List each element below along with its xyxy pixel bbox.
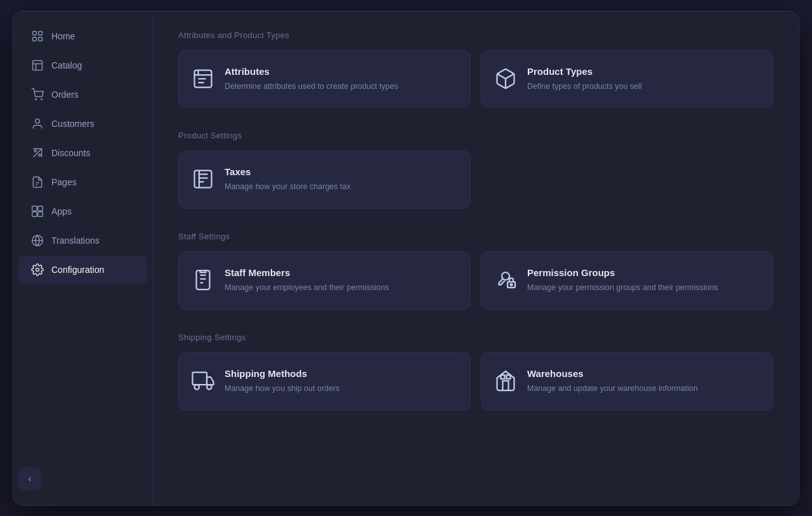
sidebar-item-customers[interactable]: Customers: [18, 110, 147, 138]
card-content-attributes: Attributes Determine attributes used to …: [225, 66, 457, 93]
card-desc-product-types: Define types of products you sell: [527, 81, 760, 93]
staff-icon: [192, 268, 214, 291]
warehouse-icon: [494, 369, 517, 392]
svg-point-39: [511, 284, 513, 286]
sidebar-item-home[interactable]: Home: [18, 22, 147, 50]
svg-rect-16: [38, 206, 43, 211]
card-desc-attributes: Determine attributes used to create prod…: [225, 81, 457, 93]
home-icon: [31, 30, 44, 43]
card-content-shipping-methods: Shipping Methods Manage how you ship out…: [225, 368, 457, 395]
sidebar-item-configuration[interactable]: Configuration: [18, 256, 147, 284]
svg-point-41: [195, 385, 200, 390]
collapse-icon: ‹: [29, 473, 32, 484]
sidebar-label-translations: Translations: [51, 235, 100, 246]
card-content-warehouses: Warehouses Manage and update your wareho…: [527, 368, 760, 395]
card-attributes[interactable]: Attributes Determine attributes used to …: [178, 50, 471, 109]
discounts-icon: [31, 147, 44, 159]
permission-icon: [494, 268, 517, 291]
cards-grid-staff-settings: Staff Members Manage your employees and …: [178, 251, 773, 310]
svg-rect-44: [507, 375, 511, 379]
sidebar-label-discounts: Discounts: [51, 148, 90, 158]
section-title-shipping-settings: Shipping Settings: [178, 333, 773, 342]
svg-rect-40: [193, 372, 207, 385]
svg-rect-38: [508, 282, 515, 288]
attributes-icon: [192, 67, 214, 90]
card-content-staff-members: Staff Members Manage your employees and …: [225, 267, 457, 294]
sidebar-label-orders: Orders: [51, 89, 79, 100]
sidebar-item-pages[interactable]: Pages: [18, 168, 147, 196]
card-permission-groups[interactable]: Permission Groups Manage your permission…: [481, 251, 773, 310]
svg-point-7: [36, 98, 37, 100]
card-title-taxes: Taxes: [225, 166, 457, 177]
svg-rect-15: [32, 206, 37, 211]
card-title-shipping-methods: Shipping Methods: [225, 368, 457, 379]
svg-rect-17: [32, 211, 37, 216]
svg-point-21: [36, 268, 39, 271]
svg-rect-1: [39, 31, 43, 35]
card-title-staff-members: Staff Members: [225, 267, 457, 278]
card-desc-shipping-methods: Manage how you ship out orders: [225, 383, 457, 395]
cards-grid-attributes: Attributes Determine attributes used to …: [178, 50, 773, 109]
sidebar-item-discounts[interactable]: Discounts: [18, 139, 147, 167]
svg-point-8: [41, 98, 43, 100]
pages-icon: [31, 176, 44, 189]
card-desc-taxes: Manage how your store charges tax: [225, 181, 457, 193]
section-shipping-settings: Shipping Settings Shipping Methods Manag…: [178, 333, 773, 411]
svg-point-37: [502, 272, 509, 280]
svg-rect-4: [33, 60, 43, 70]
card-title-product-types: Product Types: [527, 66, 760, 77]
sidebar-label-catalog: Catalog: [51, 60, 82, 70]
svg-point-11: [39, 154, 41, 155]
product-types-icon: [494, 67, 517, 90]
card-desc-warehouses: Manage and update your warehouse informa…: [527, 383, 760, 395]
card-desc-staff-members: Manage your employees and their permissi…: [225, 282, 457, 294]
sidebar-label-pages: Pages: [51, 177, 77, 187]
app-window: Home Catalog Orders Customers: [13, 11, 799, 506]
svg-rect-18: [38, 211, 43, 216]
svg-rect-43: [501, 375, 505, 379]
card-warehouses[interactable]: Warehouses Manage and update your wareho…: [481, 352, 773, 411]
card-title-attributes: Attributes: [225, 66, 457, 77]
config-icon: [31, 263, 44, 276]
card-content-permission-groups: Permission Groups Manage your permission…: [527, 267, 760, 294]
sidebar-item-apps[interactable]: Apps: [18, 197, 147, 225]
taxes-icon: [192, 168, 214, 190]
card-desc-permission-groups: Manage your permission groups and their …: [527, 282, 760, 294]
section-attributes: Attributes and Product Types Attributes …: [178, 30, 773, 109]
card-title-permission-groups: Permission Groups: [527, 267, 760, 278]
svg-rect-28: [195, 171, 212, 188]
card-title-warehouses: Warehouses: [527, 368, 760, 379]
sidebar-label-customers: Customers: [51, 119, 95, 129]
section-title-staff-settings: Staff Settings: [178, 232, 773, 241]
section-staff-settings: Staff Settings Staff Members Manage your…: [178, 232, 773, 310]
sidebar-label-home: Home: [51, 31, 75, 41]
sidebar-item-orders[interactable]: Orders: [18, 81, 147, 109]
apps-icon: [31, 205, 44, 218]
sidebar-collapse-button[interactable]: ‹: [18, 467, 41, 490]
sidebar-item-catalog[interactable]: Catalog: [18, 51, 147, 79]
svg-rect-0: [33, 31, 37, 35]
svg-rect-33: [197, 270, 210, 289]
card-content-product-types: Product Types Define types of products y…: [527, 66, 760, 93]
catalog-icon: [31, 59, 44, 72]
svg-rect-3: [39, 37, 43, 41]
sidebar-label-configuration: Configuration: [51, 265, 104, 275]
card-product-types[interactable]: Product Types Define types of products y…: [481, 50, 773, 109]
sidebar: Home Catalog Orders Customers: [13, 11, 153, 505]
svg-point-42: [207, 385, 212, 390]
card-shipping-methods[interactable]: Shipping Methods Manage how you ship out…: [178, 352, 471, 411]
section-title-attributes: Attributes and Product Types: [178, 30, 773, 40]
section-product-settings: Product Settings Taxes Manage how your s…: [178, 131, 773, 209]
sidebar-item-translations[interactable]: Translations: [18, 227, 147, 255]
svg-point-9: [36, 119, 40, 123]
card-taxes[interactable]: Taxes Manage how your store charges tax: [178, 150, 471, 209]
main-content: Attributes and Product Types Attributes …: [153, 11, 799, 505]
translations-icon: [31, 234, 44, 247]
sidebar-label-apps: Apps: [51, 206, 72, 216]
orders-icon: [31, 88, 44, 101]
cards-grid-shipping-settings: Shipping Methods Manage how you ship out…: [178, 352, 773, 411]
card-staff-members[interactable]: Staff Members Manage your employees and …: [178, 251, 471, 310]
section-title-product-settings: Product Settings: [178, 131, 773, 140]
customers-icon: [31, 117, 44, 130]
card-content-taxes: Taxes Manage how your store charges tax: [225, 166, 457, 193]
